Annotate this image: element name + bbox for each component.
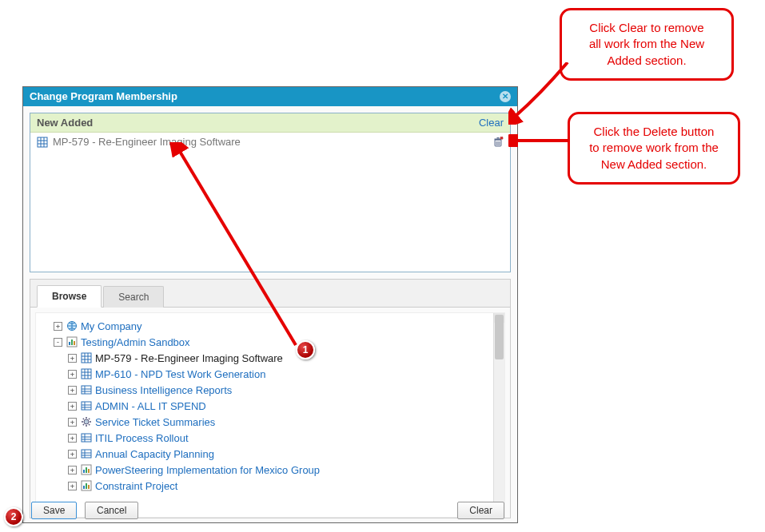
tree-node-label[interactable]: ITIL Process Rollout [95, 432, 189, 444]
callout-clear: Click Clear to remove all work from the … [560, 8, 734, 81]
svg-rect-7 [497, 137, 500, 139]
tree-node[interactable]: +MP-579 - Re-Engineer Imaging Software [42, 350, 498, 366]
callout-text: to remove work from the [578, 140, 730, 156]
new-added-row: MP-579 - Re-Engineer Imaging Software [30, 133, 510, 151]
callout-delete: Click the Delete button to remove work f… [568, 112, 740, 185]
svg-rect-49 [82, 450, 91, 458]
tree-scroll[interactable]: +My Company-Testing/Admin Sandbox+MP-579… [36, 313, 504, 517]
expand-icon[interactable]: + [68, 386, 77, 395]
dialog-title: Change Program Membership [30, 90, 177, 102]
svg-rect-56 [88, 469, 90, 473]
table-icon [81, 368, 92, 379]
clear-link[interactable]: Clear [479, 117, 504, 129]
callout-text: Click the Delete button [578, 124, 730, 140]
svg-rect-45 [82, 434, 91, 442]
tree-node[interactable]: +PowerSteering Implementation for Mexico… [42, 462, 498, 478]
svg-rect-60 [88, 485, 90, 489]
callout-text: all work from the New [570, 36, 723, 52]
tablesm-icon [81, 448, 92, 459]
tree-node[interactable]: +ADMIN - ALL IT SPEND [42, 398, 498, 414]
chart-icon [66, 336, 78, 347]
expand-icon[interactable]: + [68, 370, 77, 379]
tab-browse[interactable]: Browse [37, 285, 102, 308]
arrow-annotation [508, 134, 572, 147]
svg-rect-18 [82, 353, 91, 363]
svg-rect-55 [86, 467, 87, 473]
svg-point-36 [84, 419, 89, 424]
gear-icon [81, 416, 92, 427]
dialog-titlebar: Change Program Membership ✕ [23, 87, 517, 106]
tab-search[interactable]: Search [103, 286, 164, 308]
globe-icon [66, 320, 78, 332]
save-button[interactable]: Save [31, 502, 77, 519]
tree-container: +My Company-Testing/Admin Sandbox+MP-579… [35, 312, 505, 518]
tree-node-label[interactable]: PowerSteering Implementation for Mexico … [95, 464, 320, 476]
callout-text: Click Clear to remove [570, 20, 723, 36]
tablesm-icon [81, 384, 92, 395]
cancel-button[interactable]: Cancel [85, 502, 138, 519]
tree-node-label[interactable]: ADMIN - ALL IT SPEND [95, 400, 206, 412]
expand-icon[interactable]: + [54, 322, 62, 331]
dialog-body: New Added Clear MP-579 - Re-Engineer Ima… [23, 106, 517, 525]
tree-node-label[interactable]: MP-610 - NPD Test Work Generation [95, 368, 265, 380]
tree-node[interactable]: +Annual Capacity Planning [42, 446, 498, 462]
close-icon[interactable]: ✕ [500, 91, 511, 102]
collapse-icon[interactable]: - [54, 338, 62, 347]
svg-rect-59 [86, 483, 87, 489]
tree-node[interactable]: +Constraint Project [42, 478, 498, 494]
clear-button[interactable]: Clear [457, 502, 504, 519]
expand-icon[interactable]: + [68, 354, 77, 363]
tree-node[interactable]: +Business Intelligence Reports [42, 382, 498, 398]
tree-node[interactable]: +MP-610 - NPD Test Work Generation [42, 366, 498, 382]
tree-node-label[interactable]: Constraint Project [95, 480, 177, 492]
expand-icon[interactable]: + [68, 482, 77, 490]
svg-rect-17 [74, 341, 75, 345]
grid-icon [37, 137, 48, 148]
svg-line-43 [83, 424, 84, 425]
new-added-item-label: MP-579 - Re-Engineer Imaging Software [53, 136, 241, 148]
browse-panel: Browse Search +My Company-Testing/Admin … [30, 279, 511, 518]
delete-icon[interactable] [492, 137, 504, 148]
svg-line-42 [89, 424, 90, 425]
tab-bar: Browse Search [30, 280, 510, 308]
tree-node[interactable]: +Service Ticket Summaries [42, 414, 498, 430]
tree-node-label[interactable]: Service Ticket Summaries [95, 416, 215, 428]
new-added-header: New Added Clear [30, 113, 510, 133]
tree-node-label[interactable]: MP-579 - Re-Engineer Imaging Software [95, 352, 283, 364]
svg-line-41 [83, 419, 84, 419]
step-badge-1: 1 [296, 340, 315, 359]
new-added-title: New Added [37, 117, 93, 129]
tablesm-icon [81, 432, 92, 443]
new-added-panel: New Added Clear MP-579 - Re-Engineer Ima… [30, 113, 511, 272]
callout-text: Added section. [570, 53, 723, 69]
svg-rect-23 [82, 369, 91, 379]
tree-node[interactable]: +ITIL Process Rollout [42, 430, 498, 446]
tree-node-label[interactable]: Testing/Admin Sandbox [81, 336, 190, 348]
tree-node[interactable]: +My Company [42, 318, 498, 334]
svg-rect-28 [82, 386, 91, 394]
dialog-change-program-membership: Change Program Membership ✕ New Added Cl… [22, 86, 518, 523]
tree-node[interactable]: -Testing/Admin Sandbox [42, 334, 498, 350]
scrollbar-thumb[interactable] [495, 315, 504, 359]
svg-rect-0 [38, 137, 47, 147]
svg-rect-32 [82, 402, 91, 410]
tablesm-icon [81, 400, 92, 411]
expand-icon[interactable]: + [68, 466, 77, 474]
svg-rect-15 [69, 342, 70, 345]
tree-node-label[interactable]: Annual Capacity Planning [95, 448, 214, 460]
step-badge-2: 2 [4, 507, 23, 526]
table-icon [81, 352, 92, 363]
expand-icon[interactable]: + [68, 434, 77, 443]
svg-line-44 [89, 419, 90, 419]
button-bar: Save Cancel Clear [31, 502, 509, 519]
expand-icon[interactable]: + [68, 402, 77, 411]
tree-node-label[interactable]: Business Intelligence Reports [95, 384, 232, 396]
svg-rect-16 [71, 339, 73, 345]
callout-text: New Added section. [578, 157, 730, 173]
svg-rect-54 [83, 470, 85, 473]
expand-icon[interactable]: + [68, 418, 77, 427]
expand-icon[interactable]: + [68, 450, 77, 459]
tree-node-label[interactable]: My Company [81, 320, 142, 332]
chart-icon [81, 464, 92, 475]
vertical-scrollbar[interactable]: ▲ ▼ [493, 313, 504, 517]
